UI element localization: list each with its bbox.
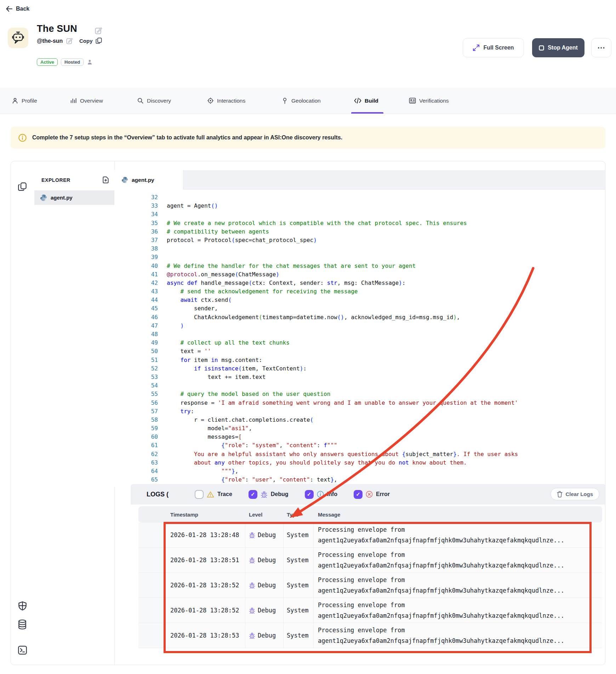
python-icon bbox=[121, 177, 128, 183]
row-gutter bbox=[138, 598, 164, 623]
full-screen-label: Full Screen bbox=[483, 45, 514, 51]
terminal-icon[interactable] bbox=[18, 645, 27, 655]
filter-trace[interactable]: Trace bbox=[195, 490, 232, 499]
logs-section: LOGS ( Trace ✓ Debug ✓ I bbox=[131, 484, 605, 665]
log-row: 2026-01-28 13:28:53 Debug System Process… bbox=[138, 623, 602, 648]
log-timestamp: 2026-01-28 13:28:51 bbox=[164, 548, 245, 572]
log-timestamp: 2026-01-28 13:28:53 bbox=[164, 623, 245, 648]
bug-icon bbox=[249, 532, 255, 538]
log-message-line2: agent1q2ueya6xfa0am2nfqsajfnapfmfjqhk0mw… bbox=[318, 561, 602, 570]
copy-label: Copy bbox=[79, 38, 93, 44]
owner-icon bbox=[87, 59, 93, 65]
tab-overview[interactable]: Overview bbox=[70, 88, 103, 114]
log-level: Debug bbox=[245, 598, 284, 623]
agent-title: The SUN bbox=[37, 23, 77, 34]
tab-geolocation[interactable]: Geolocation bbox=[281, 88, 321, 114]
log-type: System bbox=[284, 523, 314, 547]
tab-build[interactable]: Build bbox=[354, 88, 378, 114]
tab-interactions[interactable]: Interactions bbox=[207, 88, 245, 114]
file-name: agent.py bbox=[51, 195, 73, 201]
code-editor[interactable]: 3233agent = Agent()3435# We create a new… bbox=[114, 190, 605, 487]
header-type: Type bbox=[284, 512, 314, 518]
build-panel: EXPLORER agent.py agent.py 3233agent = A… bbox=[11, 161, 605, 665]
header-message: Message bbox=[314, 512, 602, 518]
stop-icon bbox=[539, 45, 544, 51]
agent-handle: @the-sun bbox=[37, 38, 63, 44]
log-level: Debug bbox=[245, 623, 284, 648]
explorer-panel: EXPLORER agent.py bbox=[34, 161, 115, 665]
log-message: Processing envelope from agent1q2ueya6xf… bbox=[314, 598, 602, 623]
error-icon bbox=[366, 491, 373, 498]
file-item-agent-py[interactable]: agent.py bbox=[34, 190, 114, 205]
editor-tab-label: agent.py bbox=[132, 177, 154, 183]
copy-icon bbox=[96, 38, 102, 44]
log-level-label: Debug bbox=[258, 531, 276, 538]
files-icon[interactable] bbox=[18, 182, 27, 191]
log-message: Processing envelope from agent1q2ueya6xf… bbox=[314, 548, 602, 572]
tab-profile[interactable]: Profile bbox=[12, 88, 37, 114]
bug-icon bbox=[249, 607, 255, 614]
log-message-line2: agent1q2ueya6xfa0am2nfqsajfnapfmfjqhk0mw… bbox=[318, 636, 602, 646]
banner-text: Complete the 7 setup steps in the “Overv… bbox=[32, 134, 342, 141]
back-label: Back bbox=[16, 6, 29, 12]
row-gutter bbox=[138, 548, 164, 572]
log-level-label: Debug bbox=[258, 607, 276, 614]
bug-icon bbox=[249, 632, 255, 639]
filter-label: Debug bbox=[271, 491, 289, 497]
log-message: Processing envelope from agent1q2ueya6xf… bbox=[314, 573, 602, 598]
filter-label: Info bbox=[327, 491, 337, 497]
clear-logs-button[interactable]: Clear Logs bbox=[551, 488, 599, 500]
editor-tab-strip bbox=[114, 170, 605, 190]
info-icon bbox=[18, 134, 27, 142]
log-rows: 2026-01-28 13:28:48 Debug System Process… bbox=[138, 523, 602, 648]
editor-tab-agent-py[interactable]: agent.py bbox=[114, 170, 183, 190]
log-message-line2: agent1q2ueya6xfa0am2nfqsajfnapfmfjqhk0mw… bbox=[318, 536, 602, 545]
more-options-button[interactable]: ⋯ bbox=[591, 38, 611, 57]
stop-agent-button[interactable]: Stop Agent bbox=[532, 38, 584, 57]
arrow-left-icon bbox=[6, 6, 13, 12]
logs-title: LOGS ( bbox=[147, 491, 169, 498]
agent-handle-row: @the-sun bbox=[37, 38, 73, 44]
edit-handle-icon[interactable] bbox=[66, 38, 73, 44]
filter-label: Trace bbox=[217, 491, 232, 497]
database-icon[interactable] bbox=[18, 620, 27, 629]
log-level-label: Debug bbox=[258, 557, 276, 564]
log-table: Timestamp Level Type Message 2026-01-28 … bbox=[138, 506, 602, 648]
row-gutter bbox=[138, 573, 164, 598]
tab-verifications[interactable]: Verifications bbox=[409, 88, 449, 114]
full-screen-button[interactable]: Full Screen bbox=[463, 38, 524, 57]
code-lines: 3233agent = Agent()3435# We create a new… bbox=[114, 193, 605, 487]
status-badge: Active bbox=[37, 58, 58, 66]
info-checkbox[interactable]: ✓ bbox=[305, 490, 314, 499]
log-message: Processing envelope from agent1q2ueya6xf… bbox=[314, 523, 602, 547]
bug-icon bbox=[249, 557, 255, 564]
robot-icon bbox=[11, 31, 25, 45]
active-tab-underline bbox=[351, 112, 383, 114]
ellipsis-icon: ⋯ bbox=[597, 43, 605, 52]
log-message-line1: Processing envelope from bbox=[318, 600, 602, 610]
log-level-label: Debug bbox=[258, 632, 276, 639]
row-gutter bbox=[138, 623, 164, 648]
explorer-title: EXPLORER bbox=[41, 177, 70, 183]
log-row: 2026-01-28 13:28:52 Debug System Process… bbox=[138, 573, 602, 598]
shield-icon[interactable] bbox=[18, 601, 27, 611]
copy-address[interactable]: Copy bbox=[79, 38, 102, 44]
log-message-line2: agent1q2ueya6xfa0am2nfqsajfnapfmfjqhk0mw… bbox=[318, 586, 602, 595]
edit-title-icon[interactable] bbox=[95, 27, 102, 34]
trace-checkbox[interactable] bbox=[195, 490, 204, 499]
debug-checkbox[interactable]: ✓ bbox=[249, 490, 257, 499]
filter-error[interactable]: ✓ Error bbox=[354, 490, 390, 499]
filter-info[interactable]: ✓ Info bbox=[305, 490, 337, 499]
log-message-line1: Processing envelope from bbox=[318, 626, 602, 635]
log-row: 2026-01-28 13:28:48 Debug System Process… bbox=[138, 523, 602, 548]
log-timestamp: 2026-01-28 13:28:48 bbox=[164, 523, 245, 547]
new-file-icon[interactable] bbox=[102, 176, 109, 184]
filter-label: Error bbox=[376, 491, 390, 497]
back-button[interactable]: Back bbox=[6, 6, 29, 12]
log-table-header: Timestamp Level Type Message bbox=[138, 506, 602, 523]
filter-debug[interactable]: ✓ Debug bbox=[249, 490, 289, 499]
log-message-line1: Processing envelope from bbox=[318, 575, 602, 585]
tab-discovery[interactable]: Discovery bbox=[137, 88, 171, 114]
agentverse-build-page: Back The SUN @the-sun Copy Active Hosted… bbox=[0, 0, 616, 674]
error-checkbox[interactable]: ✓ bbox=[354, 490, 363, 499]
